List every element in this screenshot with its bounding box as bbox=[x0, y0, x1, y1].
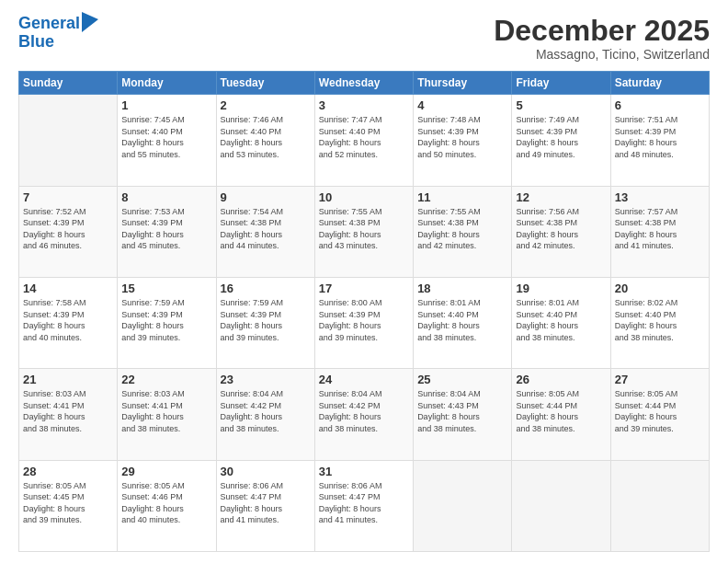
day-number: 3 bbox=[319, 98, 409, 112]
day-number: 5 bbox=[516, 98, 606, 112]
calendar-cell: 18Sunrise: 8:01 AMSunset: 4:40 PMDayligh… bbox=[414, 277, 512, 368]
cell-content: Sunrise: 8:00 AMSunset: 4:39 PMDaylight:… bbox=[319, 297, 409, 343]
day-number: 14 bbox=[23, 282, 113, 295]
calendar-cell: 25Sunrise: 8:04 AMSunset: 4:43 PMDayligh… bbox=[414, 369, 512, 460]
day-header-sunday: Sunday bbox=[19, 72, 118, 95]
calendar-week-2: 7Sunrise: 7:52 AMSunset: 4:39 PMDaylight… bbox=[19, 186, 710, 277]
cell-content: Sunrise: 7:59 AMSunset: 4:39 PMDaylight:… bbox=[121, 297, 211, 343]
cell-content: Sunrise: 8:04 AMSunset: 4:42 PMDaylight:… bbox=[319, 388, 409, 434]
logo-icon bbox=[82, 12, 98, 32]
cell-content: Sunrise: 7:56 AMSunset: 4:38 PMDaylight:… bbox=[516, 206, 606, 252]
cell-content: Sunrise: 7:54 AMSunset: 4:38 PMDaylight:… bbox=[221, 206, 311, 252]
cell-content: Sunrise: 7:47 AMSunset: 4:40 PMDaylight:… bbox=[319, 114, 409, 160]
day-number: 21 bbox=[23, 373, 113, 386]
cell-content: Sunrise: 8:03 AMSunset: 4:41 PMDaylight:… bbox=[23, 388, 113, 434]
cell-content: Sunrise: 7:55 AMSunset: 4:38 PMDaylight:… bbox=[319, 206, 409, 252]
day-number: 4 bbox=[417, 98, 507, 112]
cell-content: Sunrise: 8:02 AMSunset: 4:40 PMDaylight:… bbox=[615, 297, 705, 343]
calendar-cell: 15Sunrise: 7:59 AMSunset: 4:39 PMDayligh… bbox=[118, 277, 216, 368]
calendar-week-1: 1Sunrise: 7:45 AMSunset: 4:40 PMDaylight… bbox=[19, 95, 710, 186]
cell-content: Sunrise: 7:58 AMSunset: 4:39 PMDaylight:… bbox=[23, 297, 113, 343]
cell-content: Sunrise: 8:05 AMSunset: 4:46 PMDaylight:… bbox=[121, 480, 211, 526]
month-title: December 2025 bbox=[494, 15, 710, 47]
calendar-cell: 14Sunrise: 7:58 AMSunset: 4:39 PMDayligh… bbox=[19, 277, 118, 368]
day-number: 8 bbox=[121, 190, 211, 204]
day-number: 28 bbox=[23, 465, 113, 478]
cell-content: Sunrise: 7:46 AMSunset: 4:40 PMDaylight:… bbox=[221, 114, 311, 160]
calendar-week-4: 21Sunrise: 8:03 AMSunset: 4:41 PMDayligh… bbox=[19, 369, 710, 460]
cell-content: Sunrise: 8:05 AMSunset: 4:44 PMDaylight:… bbox=[615, 388, 705, 434]
day-number: 24 bbox=[319, 373, 409, 386]
location-subtitle: Massagno, Ticino, Switzerland bbox=[494, 47, 710, 62]
calendar-cell bbox=[414, 460, 512, 551]
calendar-cell: 20Sunrise: 8:02 AMSunset: 4:40 PMDayligh… bbox=[610, 277, 709, 368]
calendar-cell: 6Sunrise: 7:51 AMSunset: 4:39 PMDaylight… bbox=[610, 95, 709, 186]
calendar-cell: 29Sunrise: 8:05 AMSunset: 4:46 PMDayligh… bbox=[118, 460, 216, 551]
calendar-cell: 12Sunrise: 7:56 AMSunset: 4:38 PMDayligh… bbox=[512, 186, 610, 277]
logo: General Blue bbox=[18, 15, 98, 52]
day-number: 25 bbox=[417, 373, 507, 386]
cell-content: Sunrise: 7:53 AMSunset: 4:39 PMDaylight:… bbox=[121, 206, 211, 252]
day-header-saturday: Saturday bbox=[610, 72, 709, 95]
cell-content: Sunrise: 7:45 AMSunset: 4:40 PMDaylight:… bbox=[121, 114, 211, 160]
cell-content: Sunrise: 8:03 AMSunset: 4:41 PMDaylight:… bbox=[121, 388, 211, 434]
day-number: 23 bbox=[221, 373, 311, 386]
calendar-cell: 8Sunrise: 7:53 AMSunset: 4:39 PMDaylight… bbox=[118, 186, 216, 277]
day-header-friday: Friday bbox=[512, 72, 610, 95]
calendar-table: SundayMondayTuesdayWednesdayThursdayFrid… bbox=[18, 71, 710, 552]
day-number: 31 bbox=[319, 465, 409, 478]
page: General Blue December 2025 Massagno, Tic… bbox=[0, 0, 728, 563]
day-number: 19 bbox=[516, 282, 606, 295]
calendar-week-5: 28Sunrise: 8:05 AMSunset: 4:45 PMDayligh… bbox=[19, 460, 710, 551]
cell-content: Sunrise: 8:06 AMSunset: 4:47 PMDaylight:… bbox=[221, 480, 311, 526]
day-number: 1 bbox=[121, 98, 211, 112]
logo-blue: Blue bbox=[18, 33, 98, 52]
calendar-week-3: 14Sunrise: 7:58 AMSunset: 4:39 PMDayligh… bbox=[19, 277, 710, 368]
cell-content: Sunrise: 7:55 AMSunset: 4:38 PMDaylight:… bbox=[417, 206, 507, 252]
day-number: 2 bbox=[221, 98, 311, 112]
calendar-cell: 27Sunrise: 8:05 AMSunset: 4:44 PMDayligh… bbox=[610, 369, 709, 460]
calendar-cell: 3Sunrise: 7:47 AMSunset: 4:40 PMDaylight… bbox=[314, 95, 413, 186]
calendar-cell bbox=[512, 460, 610, 551]
day-number: 29 bbox=[121, 465, 211, 478]
calendar-cell: 10Sunrise: 7:55 AMSunset: 4:38 PMDayligh… bbox=[314, 186, 413, 277]
day-header-monday: Monday bbox=[118, 72, 216, 95]
calendar-cell bbox=[19, 95, 118, 186]
cell-content: Sunrise: 7:52 AMSunset: 4:39 PMDaylight:… bbox=[23, 206, 113, 252]
day-number: 6 bbox=[615, 98, 705, 112]
calendar-cell: 9Sunrise: 7:54 AMSunset: 4:38 PMDaylight… bbox=[216, 186, 314, 277]
calendar-cell: 31Sunrise: 8:06 AMSunset: 4:47 PMDayligh… bbox=[314, 460, 413, 551]
day-number: 17 bbox=[319, 282, 409, 295]
cell-content: Sunrise: 7:48 AMSunset: 4:39 PMDaylight:… bbox=[417, 114, 507, 160]
day-header-tuesday: Tuesday bbox=[216, 72, 314, 95]
day-number: 26 bbox=[516, 373, 606, 386]
calendar-cell: 13Sunrise: 7:57 AMSunset: 4:38 PMDayligh… bbox=[610, 186, 709, 277]
svg-marker-0 bbox=[82, 12, 98, 32]
calendar-header-row: SundayMondayTuesdayWednesdayThursdayFrid… bbox=[19, 72, 710, 95]
cell-content: Sunrise: 8:01 AMSunset: 4:40 PMDaylight:… bbox=[516, 297, 606, 343]
calendar-cell: 11Sunrise: 7:55 AMSunset: 4:38 PMDayligh… bbox=[414, 186, 512, 277]
logo-text: General bbox=[18, 15, 80, 33]
calendar-cell: 2Sunrise: 7:46 AMSunset: 4:40 PMDaylight… bbox=[216, 95, 314, 186]
day-number: 7 bbox=[23, 190, 113, 204]
calendar-cell: 30Sunrise: 8:06 AMSunset: 4:47 PMDayligh… bbox=[216, 460, 314, 551]
day-number: 27 bbox=[615, 373, 705, 386]
calendar-cell: 21Sunrise: 8:03 AMSunset: 4:41 PMDayligh… bbox=[19, 369, 118, 460]
calendar-cell: 17Sunrise: 8:00 AMSunset: 4:39 PMDayligh… bbox=[314, 277, 413, 368]
calendar-cell: 5Sunrise: 7:49 AMSunset: 4:39 PMDaylight… bbox=[512, 95, 610, 186]
calendar-cell: 26Sunrise: 8:05 AMSunset: 4:44 PMDayligh… bbox=[512, 369, 610, 460]
cell-content: Sunrise: 8:05 AMSunset: 4:45 PMDaylight:… bbox=[23, 480, 113, 526]
cell-content: Sunrise: 8:05 AMSunset: 4:44 PMDaylight:… bbox=[516, 388, 606, 434]
day-number: 20 bbox=[615, 282, 705, 295]
calendar-cell: 22Sunrise: 8:03 AMSunset: 4:41 PMDayligh… bbox=[118, 369, 216, 460]
day-number: 13 bbox=[615, 190, 705, 204]
calendar-cell: 16Sunrise: 7:59 AMSunset: 4:39 PMDayligh… bbox=[216, 277, 314, 368]
day-number: 15 bbox=[121, 282, 211, 295]
cell-content: Sunrise: 8:04 AMSunset: 4:42 PMDaylight:… bbox=[221, 388, 311, 434]
day-number: 11 bbox=[417, 190, 507, 204]
calendar-cell: 1Sunrise: 7:45 AMSunset: 4:40 PMDaylight… bbox=[118, 95, 216, 186]
cell-content: Sunrise: 8:06 AMSunset: 4:47 PMDaylight:… bbox=[319, 480, 409, 526]
day-number: 30 bbox=[221, 465, 311, 478]
cell-content: Sunrise: 7:57 AMSunset: 4:38 PMDaylight:… bbox=[615, 206, 705, 252]
header: General Blue December 2025 Massagno, Tic… bbox=[18, 15, 710, 62]
